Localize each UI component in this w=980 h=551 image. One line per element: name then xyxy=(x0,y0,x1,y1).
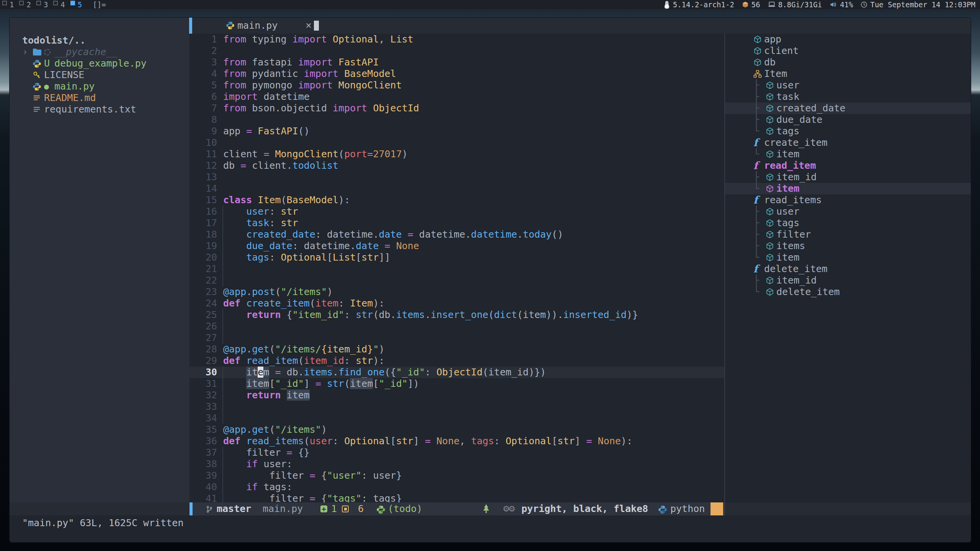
code-line-24[interactable]: 24def create_item(item: Item): xyxy=(189,298,724,309)
code-line-1[interactable]: 1from typing import Optional, List xyxy=(189,34,724,45)
code-line-14[interactable]: 14 xyxy=(189,183,724,194)
symbol-item[interactable]: └item xyxy=(725,183,971,194)
file-name: main.py xyxy=(54,81,95,92)
tree-item-debug-example-py[interactable]: Udebug_example.py xyxy=(10,58,189,69)
line-number: 26 xyxy=(189,321,217,332)
code-line-4[interactable]: 4from pydantic import BaseModel xyxy=(189,68,724,80)
code-line-30[interactable]: 30 item = db.items.find_one({"_id": Obje… xyxy=(189,367,724,378)
symbol-label: task xyxy=(776,91,799,103)
code-line-19[interactable]: 19 due_date: datetime.date = None xyxy=(189,240,724,252)
mode-indicator-bar xyxy=(189,502,193,515)
tree-item-requirements-txt[interactable]: requirements.txt xyxy=(10,104,189,115)
code-line-39[interactable]: 39 filter = {"user": user} xyxy=(189,470,724,481)
code-line-25[interactable]: 25 return {"item_id": str(db.items.inser… xyxy=(189,309,724,321)
tree-item-main-py[interactable]: ●main.py xyxy=(10,81,189,92)
code-text: @app.get("/items") xyxy=(223,424,327,435)
code-line-8[interactable]: 8 xyxy=(189,114,724,126)
symbol-created_date[interactable]: ├created_date xyxy=(725,103,971,114)
tree-connector: ├ xyxy=(753,229,766,240)
symbol-task[interactable]: ├task xyxy=(725,91,971,103)
code-line-10[interactable]: 10 xyxy=(189,137,724,148)
workspace-button-4[interactable]: 4 xyxy=(53,0,65,9)
code-line-7[interactable]: 7from bson.objectid import ObjectId xyxy=(189,103,724,114)
tree-item-license[interactable]: LICENSE xyxy=(10,69,189,81)
code-line-37[interactable]: 37 filter = {} xyxy=(189,447,724,458)
workspace-button-3[interactable]: 3 xyxy=(36,0,48,9)
code-line-16[interactable]: 16 user: str xyxy=(189,206,724,217)
variable-cube-icon xyxy=(766,148,776,160)
workspace-button-2[interactable]: 2 xyxy=(19,0,31,9)
code-line-18[interactable]: 18 created_date: datetime.date = datetim… xyxy=(189,229,724,240)
symbol-tags[interactable]: ├tags xyxy=(725,217,971,229)
tree-item-readme-md[interactable]: README.md xyxy=(10,92,189,104)
git-ignored-icon xyxy=(44,46,54,58)
code-line-3[interactable]: 3from fastapi import FastAPI xyxy=(189,57,724,68)
code-line-29[interactable]: 29def read_item(item_id: str): xyxy=(189,355,724,367)
symbol-item[interactable]: └item xyxy=(725,252,971,263)
code-line-26[interactable]: 26 xyxy=(189,321,724,332)
code-line-32[interactable]: 32 return item xyxy=(189,390,724,401)
tab-close-icon[interactable]: × xyxy=(305,18,312,33)
symbol-item[interactable]: Item xyxy=(725,68,971,80)
symbol-db[interactable]: db xyxy=(725,57,971,68)
line-number: 10 xyxy=(189,137,217,148)
code-line-40[interactable]: 40 if tags: xyxy=(189,481,724,493)
code-line-27[interactable]: 27 xyxy=(189,332,724,344)
symbol-read_items[interactable]: fread_items xyxy=(725,194,971,206)
symbol-user[interactable]: ├user xyxy=(725,80,971,91)
code-line-17[interactable]: 17 task: str xyxy=(189,217,724,229)
symbol-item[interactable]: └item xyxy=(725,148,971,160)
code-line-28[interactable]: 28@app.get("/items/{item_id}") xyxy=(189,344,724,355)
code-line-15[interactable]: 15class Item(BaseModel): xyxy=(189,194,724,206)
symbol-label: item xyxy=(776,252,799,263)
tree-connector: ├ xyxy=(753,275,766,286)
symbol-items[interactable]: ├items xyxy=(725,240,971,252)
symbol-filter[interactable]: ├filter xyxy=(725,229,971,240)
code-text: class Item(BaseModel): xyxy=(223,194,350,206)
chevron-spacer xyxy=(22,104,33,115)
code-line-23[interactable]: 23@app.post("/items") xyxy=(189,286,724,298)
code-line-36[interactable]: 36def read_items(user: Optional[str] = N… xyxy=(189,435,724,447)
code-line-6[interactable]: 6import datetime xyxy=(189,91,724,103)
folder-icon xyxy=(33,46,44,58)
code-line-2[interactable]: 2 xyxy=(189,45,724,57)
symbol-delete_item[interactable]: └delete_item xyxy=(725,286,971,298)
terminal-window: todolist/.. ›__pycache__Udebug_example.p… xyxy=(10,18,971,542)
symbol-tags[interactable]: └tags xyxy=(725,126,971,137)
workspace-button-1[interactable]: 1 xyxy=(2,0,14,9)
code-line-21[interactable]: 21 xyxy=(189,263,724,275)
tree-item--pycache-[interactable]: ›__pycache__ xyxy=(10,46,189,58)
symbol-item_id[interactable]: ├item_id xyxy=(725,275,971,286)
code-line-11[interactable]: 11client = MongoClient(port=27017) xyxy=(189,148,724,160)
workspace-button-5[interactable]: 5 xyxy=(70,0,82,9)
code-editor[interactable]: 1from typing import Optional, List23from… xyxy=(189,34,724,502)
code-line-12[interactable]: 12db = client.todolist xyxy=(189,160,724,171)
tree-connector: ├ xyxy=(753,171,766,183)
code-line-33[interactable]: 33 xyxy=(189,401,724,412)
code-line-31[interactable]: 31 item["_id"] = str(item["_id"]) xyxy=(189,378,724,390)
code-line-22[interactable]: 22 xyxy=(189,275,724,286)
code-text: return {"item_id": str(db.items.insert_o… xyxy=(223,309,638,321)
workspace-indicator-square xyxy=(53,1,58,5)
line-number: 14 xyxy=(189,183,217,194)
line-number: 27 xyxy=(189,332,217,344)
symbol-client[interactable]: client xyxy=(725,45,971,57)
code-line-38[interactable]: 38 if user: xyxy=(189,458,724,470)
symbol-due_date[interactable]: ├due_date xyxy=(725,114,971,126)
symbol-read_item[interactable]: fread_item xyxy=(725,160,971,171)
symbol-app[interactable]: app xyxy=(725,34,971,45)
code-line-20[interactable]: 20 tags: Optional[List[str]] xyxy=(189,252,724,263)
symbol-item_id[interactable]: ├item_id xyxy=(725,171,971,183)
symbol-delete_item[interactable]: fdelete_item xyxy=(725,263,971,275)
python-icon xyxy=(226,21,235,32)
lsp-servers: pyright, black, flake8 xyxy=(521,502,648,515)
status-item: 8.8Gi/31Gi xyxy=(768,0,822,9)
code-line-13[interactable]: 13 xyxy=(189,171,724,183)
symbol-user[interactable]: ├user xyxy=(725,206,971,217)
code-line-5[interactable]: 5from pymongo import MongoClient xyxy=(189,80,724,91)
symbol-create_item[interactable]: fcreate_item xyxy=(725,137,971,148)
code-line-9[interactable]: 9app = FastAPI() xyxy=(189,126,724,137)
code-line-34[interactable]: 34 xyxy=(189,412,724,424)
code-line-41[interactable]: 41 filter = {"tags": tags} xyxy=(189,493,724,502)
code-line-35[interactable]: 35@app.get("/items") xyxy=(189,424,724,435)
